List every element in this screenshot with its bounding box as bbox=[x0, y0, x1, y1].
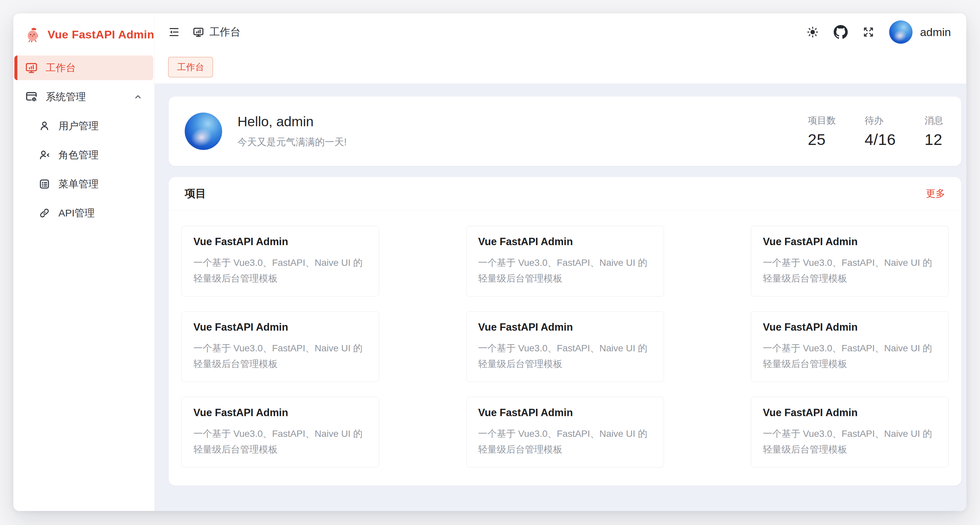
main-area: 工作台 bbox=[155, 13, 966, 511]
sidebar-item-api[interactable]: API管理 bbox=[14, 201, 153, 226]
projects-panel: 项目 更多 Vue FastAPI Admin 一个基于 Vue3.0、Fast… bbox=[169, 177, 961, 485]
sidebar-item-label: 用户管理 bbox=[59, 119, 99, 133]
role-user-icon bbox=[38, 149, 51, 161]
project-card[interactable]: Vue FastAPI Admin 一个基于 Vue3.0、FastAPI、Na… bbox=[181, 311, 379, 382]
breadcrumb-label: 工作台 bbox=[209, 25, 240, 39]
content: Hello, admin 今天又是元气满满的一天! 项目数 25 待办 4/16… bbox=[155, 83, 966, 511]
greeting-title: Hello, admin bbox=[237, 114, 347, 130]
project-title: Vue FastAPI Admin bbox=[193, 236, 367, 248]
workbench-monitor-icon bbox=[25, 62, 38, 74]
sun-icon bbox=[806, 26, 819, 38]
project-desc: 一个基于 Vue3.0、FastAPI、Naive UI 的轻量级后台管理模板 bbox=[193, 340, 367, 372]
project-desc: 一个基于 Vue3.0、FastAPI、Naive UI 的轻量级后台管理模板 bbox=[193, 426, 367, 457]
project-desc: 一个基于 Vue3.0、FastAPI、Naive UI 的轻量级后台管理模板 bbox=[478, 340, 652, 372]
project-title: Vue FastAPI Admin bbox=[478, 236, 652, 248]
sidebar-item-roles[interactable]: 角色管理 bbox=[14, 143, 153, 167]
project-title: Vue FastAPI Admin bbox=[478, 321, 652, 333]
stat-messages: 消息 12 bbox=[924, 114, 943, 149]
sidebar-item-system[interactable]: 系统管理 bbox=[14, 84, 153, 109]
projects-header: 项目 更多 bbox=[169, 177, 961, 210]
stat-label: 待办 bbox=[865, 114, 896, 127]
greeting: Hello, admin 今天又是元气满满的一天! bbox=[237, 114, 347, 149]
avatar bbox=[889, 21, 913, 44]
project-title: Vue FastAPI Admin bbox=[478, 407, 652, 419]
api-link-icon bbox=[38, 207, 51, 219]
username: admin bbox=[920, 26, 951, 39]
chevron-up-icon bbox=[133, 92, 143, 102]
theme-toggle-button[interactable] bbox=[806, 26, 819, 38]
project-desc: 一个基于 Vue3.0、FastAPI、Naive UI 的轻量级后台管理模板 bbox=[763, 340, 937, 372]
project-desc: 一个基于 Vue3.0、FastAPI、Naive UI 的轻量级后台管理模板 bbox=[193, 255, 367, 286]
projects-grid: Vue FastAPI Admin 一个基于 Vue3.0、FastAPI、Na… bbox=[181, 210, 948, 468]
project-title: Vue FastAPI Admin bbox=[763, 407, 937, 419]
app-window: Vue FastAPI Admin 工作台 系统管理 bbox=[13, 13, 966, 511]
project-desc: 一个基于 Vue3.0、FastAPI、Naive UI 的轻量级后台管理模板 bbox=[478, 255, 652, 286]
project-desc: 一个基于 Vue3.0、FastAPI、Naive UI 的轻量级后台管理模板 bbox=[478, 426, 652, 457]
logo[interactable]: Vue FastAPI Admin bbox=[13, 13, 154, 56]
stat-label: 项目数 bbox=[808, 114, 836, 127]
project-title: Vue FastAPI Admin bbox=[763, 321, 937, 333]
stat-label: 消息 bbox=[924, 114, 943, 127]
topbar-actions: admin bbox=[806, 21, 951, 44]
more-link[interactable]: 更多 bbox=[926, 187, 945, 200]
github-icon bbox=[834, 25, 848, 39]
sidebar-item-label: 工作台 bbox=[46, 61, 76, 75]
welcome-card: Hello, admin 今天又是元气满满的一天! 项目数 25 待办 4/16… bbox=[169, 97, 961, 166]
system-settings-icon bbox=[25, 91, 38, 103]
sidebar-item-label: 系统管理 bbox=[46, 90, 86, 104]
project-card[interactable]: Vue FastAPI Admin 一个基于 Vue3.0、FastAPI、Na… bbox=[466, 311, 664, 382]
collapse-sidebar-button[interactable] bbox=[168, 26, 180, 38]
github-button[interactable] bbox=[834, 25, 848, 39]
sidebar-menu: 工作台 系统管理 用户管理 bbox=[13, 56, 154, 511]
project-card[interactable]: Vue FastAPI Admin 一个基于 Vue3.0、FastAPI、Na… bbox=[751, 311, 948, 382]
fullscreen-expand-icon bbox=[862, 26, 875, 38]
stat-todos: 待办 4/16 bbox=[865, 114, 896, 149]
project-card[interactable]: Vue FastAPI Admin 一个基于 Vue3.0、FastAPI、Na… bbox=[751, 226, 948, 297]
logo-title: Vue FastAPI Admin bbox=[48, 28, 154, 41]
monitor-icon bbox=[193, 26, 204, 38]
page: { "app": { "name": "Vue FastAPI Admin" }… bbox=[0, 0, 980, 525]
indent-left-icon bbox=[168, 26, 180, 38]
sidebar: Vue FastAPI Admin 工作台 系统管理 bbox=[13, 13, 155, 511]
sidebar-item-label: 角色管理 bbox=[59, 148, 99, 162]
user-menu[interactable]: admin bbox=[889, 21, 951, 44]
fullscreen-button[interactable] bbox=[862, 26, 875, 38]
menu-list-icon bbox=[38, 178, 51, 190]
tab-workbench[interactable]: 工作台 bbox=[168, 57, 213, 78]
project-desc: 一个基于 Vue3.0、FastAPI、Naive UI 的轻量级后台管理模板 bbox=[763, 426, 937, 457]
project-card[interactable]: Vue FastAPI Admin 一个基于 Vue3.0、FastAPI、Na… bbox=[181, 397, 379, 468]
sidebar-item-label: 菜单管理 bbox=[59, 177, 99, 191]
projects-title: 项目 bbox=[185, 186, 206, 201]
greeting-subtitle: 今天又是元气满满的一天! bbox=[237, 135, 347, 149]
logo-chick-icon bbox=[25, 26, 40, 43]
project-title: Vue FastAPI Admin bbox=[193, 407, 367, 419]
user-avatar-large bbox=[185, 113, 222, 150]
topbar: 工作台 bbox=[155, 13, 966, 51]
project-title: Vue FastAPI Admin bbox=[193, 321, 367, 333]
user-icon bbox=[38, 120, 51, 132]
sidebar-item-label: API管理 bbox=[59, 207, 94, 220]
breadcrumb-workbench[interactable]: 工作台 bbox=[193, 25, 240, 39]
tags-bar: 工作台 bbox=[155, 51, 966, 83]
stat-value: 25 bbox=[808, 130, 836, 149]
stat-projects: 项目数 25 bbox=[808, 114, 836, 149]
project-card[interactable]: Vue FastAPI Admin 一个基于 Vue3.0、FastAPI、Na… bbox=[751, 397, 948, 468]
project-title: Vue FastAPI Admin bbox=[763, 236, 937, 248]
project-card[interactable]: Vue FastAPI Admin 一个基于 Vue3.0、FastAPI、Na… bbox=[466, 226, 664, 297]
sidebar-item-users[interactable]: 用户管理 bbox=[14, 113, 153, 138]
project-desc: 一个基于 Vue3.0、FastAPI、Naive UI 的轻量级后台管理模板 bbox=[763, 255, 937, 286]
sidebar-item-menus[interactable]: 菜单管理 bbox=[14, 172, 153, 196]
stat-value: 12 bbox=[924, 130, 943, 149]
sidebar-item-workbench[interactable]: 工作台 bbox=[14, 56, 153, 80]
project-card[interactable]: Vue FastAPI Admin 一个基于 Vue3.0、FastAPI、Na… bbox=[181, 226, 379, 297]
project-card[interactable]: Vue FastAPI Admin 一个基于 Vue3.0、FastAPI、Na… bbox=[466, 397, 664, 468]
stats: 项目数 25 待办 4/16 消息 12 bbox=[808, 114, 943, 149]
stat-value: 4/16 bbox=[865, 130, 896, 149]
